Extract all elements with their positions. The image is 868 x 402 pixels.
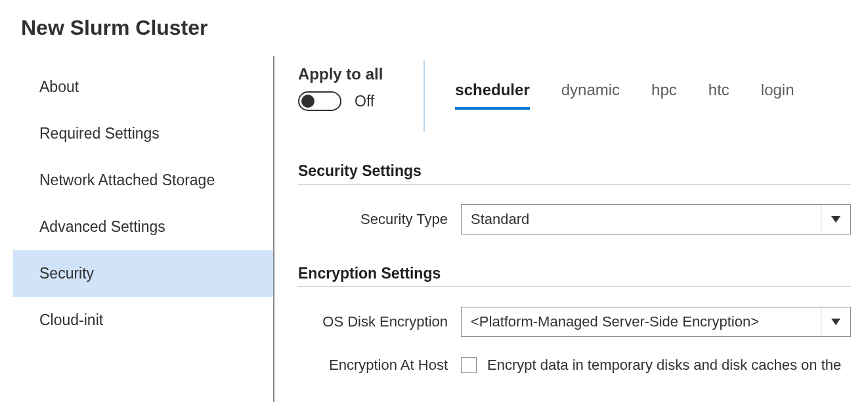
sidebar-item-about[interactable]: About — [13, 64, 273, 110]
security-type-value: Standard — [462, 205, 821, 234]
sidebar-item-required-settings[interactable]: Required Settings — [13, 110, 273, 157]
tab-scheduler[interactable]: scheduler — [455, 81, 529, 107]
security-type-label: Security Type — [298, 211, 461, 228]
tab-dynamic[interactable]: dynamic — [561, 81, 620, 107]
vertical-divider — [423, 60, 425, 132]
chevron-down-icon — [821, 205, 850, 234]
security-type-select[interactable]: Standard — [461, 204, 851, 234]
encryption-at-host-checkbox[interactable] — [461, 357, 477, 373]
tab-login[interactable]: login — [761, 81, 794, 107]
security-settings-heading: Security Settings — [298, 162, 851, 185]
apply-to-all-toggle[interactable] — [298, 91, 341, 111]
encryption-settings-heading: Encryption Settings — [298, 265, 851, 287]
sidebar-item-advanced-settings[interactable]: Advanced Settings — [13, 204, 273, 250]
tab-hpc[interactable]: hpc — [651, 81, 677, 107]
main-panel: Apply to all Off scheduler dynamic hpc h… — [274, 56, 868, 402]
svg-marker-1 — [831, 319, 840, 325]
apply-to-all-group: Apply to all Off — [298, 65, 383, 111]
os-disk-encryption-row: OS Disk Encryption <Platform-Managed Ser… — [298, 307, 868, 337]
os-disk-encryption-value: <Platform-Managed Server-Side Encryption… — [462, 307, 821, 336]
sidebar-item-security[interactable]: Security — [13, 250, 273, 297]
os-disk-encryption-select[interactable]: <Platform-Managed Server-Side Encryption… — [461, 307, 851, 337]
apply-to-all-label: Apply to all — [298, 65, 383, 83]
encryption-at-host-row: Encryption At Host Encrypt data in tempo… — [298, 357, 868, 374]
tabs: scheduler dynamic hpc htc login — [455, 65, 794, 107]
top-row: Apply to all Off scheduler dynamic hpc h… — [298, 56, 868, 132]
apply-to-all-toggle-row: Off — [298, 91, 383, 111]
layout: About Required Settings Network Attached… — [0, 56, 868, 402]
security-type-row: Security Type Standard — [298, 204, 868, 234]
svg-marker-0 — [831, 216, 840, 223]
encryption-at-host-label: Encryption At Host — [298, 357, 461, 374]
sidebar-item-cloud-init[interactable]: Cloud-init — [13, 297, 273, 344]
tab-htc[interactable]: htc — [708, 81, 729, 107]
toggle-knob-icon — [301, 95, 315, 108]
sidebar-item-network-attached-storage[interactable]: Network Attached Storage — [13, 157, 273, 204]
sidebar: About Required Settings Network Attached… — [0, 56, 274, 402]
chevron-down-icon — [821, 307, 850, 336]
encryption-at-host-description: Encrypt data in temporary disks and disk… — [487, 357, 841, 374]
page-title: New Slurm Cluster — [0, 0, 868, 40]
apply-to-all-state: Off — [355, 93, 374, 110]
os-disk-encryption-label: OS Disk Encryption — [298, 313, 461, 330]
